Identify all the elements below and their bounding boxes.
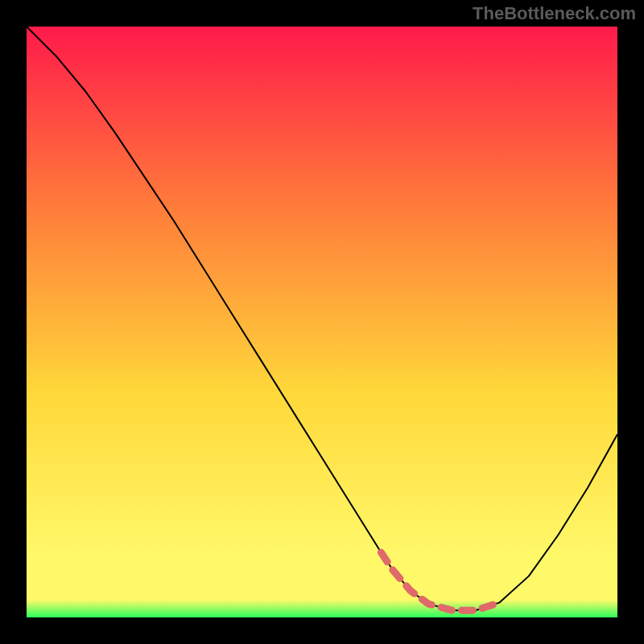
- watermark-text: TheBottleneck.com: [473, 3, 636, 24]
- chart-plot-area: [27, 27, 617, 617]
- chart-background: [27, 27, 617, 617]
- chart-svg: [27, 27, 617, 617]
- chart-container: TheBottleneck.com: [0, 0, 644, 644]
